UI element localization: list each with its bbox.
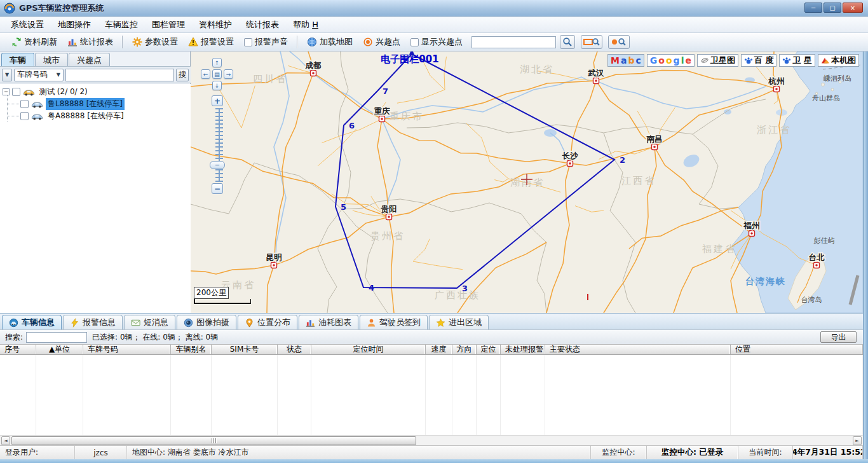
map-provider-paw[interactable]: 卫 星 bbox=[779, 54, 815, 67]
bottom-tab[interactable]: 进出区域 bbox=[429, 315, 489, 329]
zoom-out-button[interactable]: − bbox=[212, 183, 223, 194]
title-bar: GPS车辆监控管理系统 ─ ▢ × bbox=[0, 0, 868, 17]
menu-item[interactable]: 资料维护 bbox=[192, 17, 239, 33]
menu-item[interactable]: 统计报表 bbox=[239, 17, 286, 33]
bottom-tab[interactable]: 油耗图表 bbox=[299, 315, 358, 329]
pan-center-button[interactable]: ▤ bbox=[212, 69, 222, 79]
poi-button[interactable]: 兴趣点 bbox=[358, 34, 405, 50]
zoom-slider-handle[interactable]: − bbox=[210, 161, 225, 169]
column-header[interactable]: 方向 bbox=[452, 345, 477, 354]
bottom-tab[interactable]: 报警信息 bbox=[63, 315, 123, 329]
column-header[interactable]: 状态 bbox=[278, 345, 311, 354]
column-header[interactable]: 定位 bbox=[477, 345, 501, 354]
column-header[interactable]: SIM卡号 bbox=[212, 345, 278, 354]
pan-left-button[interactable]: ← bbox=[201, 69, 210, 79]
pan-right-button[interactable]: → bbox=[224, 69, 233, 79]
bottom-tab[interactable]: 短消息 bbox=[124, 315, 175, 329]
map-search-input[interactable] bbox=[471, 36, 556, 48]
close-button[interactable]: × bbox=[843, 3, 863, 13]
menu-item[interactable]: 车辆监控 bbox=[98, 17, 145, 33]
map-scale: 200公里 bbox=[194, 287, 251, 304]
province-label: 贵州省 bbox=[370, 230, 405, 242]
menu-item[interactable]: 围栏管理 bbox=[145, 17, 192, 33]
show-poi-checkbox[interactable] bbox=[410, 38, 419, 46]
bottom-tab[interactable]: 车辆信息 bbox=[2, 315, 62, 329]
lake bbox=[724, 109, 731, 114]
map-canvas[interactable]: 四川省湖北省重庆市湖南省江西省贵州省云南省广西壮族浙江省福建省嵊泗列岛舟山群岛彭… bbox=[191, 52, 863, 313]
table-body[interactable] bbox=[0, 355, 863, 435]
status-cell: 监控中心: bbox=[591, 446, 647, 459]
column-header[interactable]: 车辆别名 bbox=[171, 345, 212, 354]
column-header[interactable]: 车牌号码 bbox=[83, 345, 171, 354]
poi-search-button[interactable] bbox=[608, 35, 630, 49]
tree-vehicle-row[interactable]: 粤A88888 [在线停车] bbox=[20, 110, 126, 122]
search-label: 搜索: bbox=[5, 332, 23, 343]
bottom-tabs: 车辆信息报警信息短消息图像拍摄位置分布油耗图表驾驶员签到进出区域 bbox=[0, 313, 863, 329]
menu-item[interactable]: 系统设置 bbox=[4, 17, 51, 33]
refresh-button[interactable]: 资料刷新 bbox=[6, 34, 62, 50]
alarm-sound-toggle[interactable]: 报警声音 bbox=[239, 34, 293, 50]
horizontal-scrollbar[interactable]: ◄ ► bbox=[0, 435, 863, 445]
alarm-setting-button[interactable]: 报警设置 bbox=[183, 34, 239, 50]
tree-vehicle-row[interactable]: 鲁L88888 [在线停车] bbox=[20, 98, 125, 110]
road bbox=[377, 119, 389, 217]
report-button[interactable]: 统计报表 bbox=[62, 34, 118, 50]
column-header[interactable]: 主要状态 bbox=[545, 345, 731, 354]
column-header[interactable]: 位置 bbox=[731, 345, 863, 354]
tree-expander[interactable] bbox=[3, 88, 10, 95]
plate-search-input[interactable] bbox=[65, 69, 174, 81]
filter-dropdown-button[interactable]: ▼ bbox=[2, 69, 12, 81]
maximize-button[interactable]: ▢ bbox=[824, 3, 841, 13]
export-button[interactable]: 导出 bbox=[820, 331, 857, 343]
area-search-button[interactable] bbox=[581, 35, 602, 49]
load-map-button[interactable]: 加载地图 bbox=[302, 34, 358, 50]
show-poi-toggle[interactable]: 显示兴趣点 bbox=[405, 34, 468, 50]
bottom-tab[interactable]: 驾驶员签到 bbox=[360, 315, 428, 329]
params-button[interactable]: 参数设置 bbox=[127, 34, 183, 50]
vehicle-label[interactable]: 鲁L88888 [在线停车] bbox=[46, 98, 125, 110]
sidebar-tab[interactable]: 兴趣点 bbox=[69, 53, 110, 66]
table-search-input[interactable] bbox=[26, 332, 87, 343]
river bbox=[382, 119, 400, 217]
alarm-sound-checkbox[interactable] bbox=[244, 38, 252, 46]
pan-up-button[interactable]: ↑ bbox=[212, 58, 222, 67]
map-provider-sat[interactable]: 卫星图 bbox=[697, 54, 738, 67]
zoom-in-button[interactable]: + bbox=[212, 95, 223, 106]
bottom-tab[interactable]: 图像拍摄 bbox=[177, 315, 236, 329]
scroll-right-button[interactable]: ► bbox=[853, 436, 862, 445]
filter-field-select[interactable]: 车牌号码▼ bbox=[14, 69, 64, 81]
bottom-tab[interactable]: 位置分布 bbox=[238, 315, 297, 329]
map-provider-google[interactable]: Google bbox=[647, 54, 695, 67]
map-provider-local[interactable]: 本机图 bbox=[818, 54, 859, 67]
vehicle-checkbox[interactable] bbox=[20, 100, 29, 108]
vehicle-label[interactable]: 粤A88888 [在线停车] bbox=[46, 110, 126, 122]
minimize-button[interactable]: ─ bbox=[804, 3, 822, 13]
geofence-vertex-number: 4 bbox=[369, 283, 374, 293]
column-header[interactable]: 未处理报警 bbox=[501, 345, 545, 354]
warning-icon bbox=[188, 37, 198, 47]
zoom-slider-track[interactable] bbox=[215, 108, 223, 182]
menu-item[interactable]: 地图操作 bbox=[51, 17, 98, 33]
gear-icon bbox=[132, 37, 142, 47]
column-header[interactable]: 速度 bbox=[426, 345, 452, 354]
vehicle-checkbox[interactable] bbox=[20, 112, 29, 120]
tree-group-row[interactable]: 测试 (2/ 0/ 2) bbox=[3, 86, 90, 98]
map-provider-mapabc[interactable]: Mabc bbox=[607, 54, 644, 67]
menu-item[interactable]: 帮助 H bbox=[286, 17, 325, 33]
map-provider-paw[interactable]: 百 度 bbox=[741, 54, 777, 67]
status-cell: 登录用户: bbox=[0, 446, 75, 459]
search-button[interactable] bbox=[560, 35, 575, 49]
group-checkbox[interactable] bbox=[12, 88, 20, 96]
column-header[interactable]: 定位时间 bbox=[311, 345, 426, 354]
scrollbar-thumb[interactable] bbox=[11, 436, 416, 445]
tree-search-button[interactable]: 搜 bbox=[176, 69, 189, 81]
column-header[interactable]: 序号 bbox=[0, 345, 36, 354]
pan-down-button[interactable]: ↓ bbox=[212, 81, 222, 90]
column-header[interactable]: ▲单位 bbox=[36, 345, 83, 354]
city-label: 南昌 bbox=[646, 134, 663, 144]
scroll-left-button[interactable]: ◄ bbox=[1, 436, 10, 445]
sidebar-tab[interactable]: 车辆 bbox=[1, 53, 34, 66]
window-bottom-edge bbox=[0, 459, 868, 463]
geofence-vertex-number: 6 bbox=[349, 121, 355, 130]
sidebar-tab[interactable]: 城市 bbox=[35, 53, 68, 66]
